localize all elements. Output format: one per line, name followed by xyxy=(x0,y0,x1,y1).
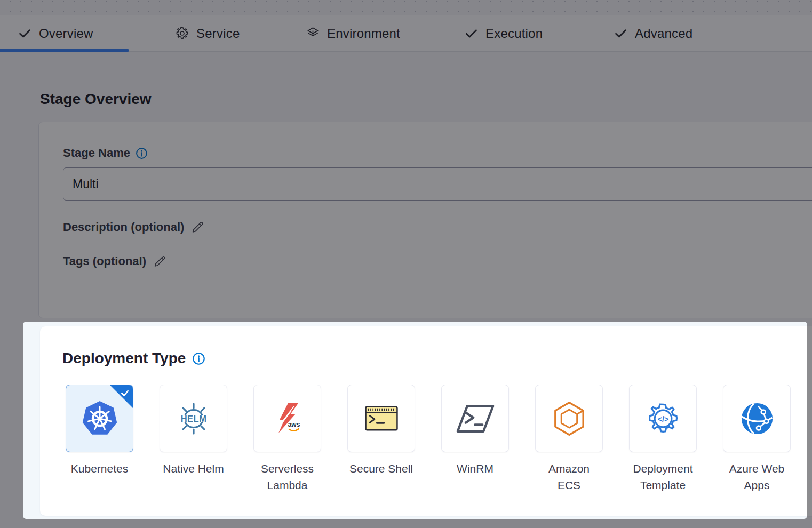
tab-execution[interactable]: Execution xyxy=(464,15,543,52)
deployment-type-kubernetes[interactable] xyxy=(66,385,133,452)
kubernetes-icon xyxy=(81,399,119,438)
deployment-type-card: Deployment Type Kubernetes HELM Native H… xyxy=(40,326,812,516)
deployment-type-label: Secure Shell xyxy=(331,460,432,477)
stage-name-input[interactable] xyxy=(63,167,812,201)
deployment-type-deployment-template[interactable]: </> xyxy=(629,385,697,452)
deployment-type-amazon-ecs[interactable] xyxy=(535,385,603,452)
deployment-type-tiles: Kubernetes HELM Native Helm aws Serverle… xyxy=(66,385,791,452)
deployment-type-label: Deployment Template xyxy=(612,460,714,493)
secure-shell-icon xyxy=(364,404,399,434)
gear-icon xyxy=(175,26,189,41)
info-icon[interactable] xyxy=(136,147,148,159)
deployment-type-label: Native Helm xyxy=(143,460,244,477)
check-icon xyxy=(614,26,628,41)
azure-web-apps-icon xyxy=(739,401,775,436)
deployment-type-label: Amazon ECS xyxy=(519,460,620,493)
svg-text:HELM: HELM xyxy=(180,414,206,423)
pipeline-canvas-strip xyxy=(0,0,812,15)
deployment-type-winrm[interactable] xyxy=(441,385,509,452)
deployment-type-label: Serverless Lambda xyxy=(237,460,338,493)
tab-advanced[interactable]: Advanced xyxy=(614,15,692,52)
deployment-type-secure-shell[interactable] xyxy=(347,385,415,452)
deployment-type-serverless-lambda[interactable]: aws xyxy=(253,385,321,452)
winrm-icon xyxy=(456,402,495,435)
description-label: Description (optional) xyxy=(63,220,184,234)
deployment-type-azure-web-apps[interactable] xyxy=(723,385,791,452)
stage-overview-card: Stage Name Description (optional) Tags (… xyxy=(38,122,812,318)
svg-text:</>: </> xyxy=(657,414,668,423)
active-tab-underline xyxy=(0,49,129,52)
deployment-type-section: Deployment Type Kubernetes HELM Native H… xyxy=(23,322,807,519)
tab-environment[interactable]: Environment xyxy=(306,15,400,52)
deployment-type-label: WinRM xyxy=(425,460,526,477)
tab-service[interactable]: Service xyxy=(175,15,240,52)
deployment-type-native-helm[interactable]: HELM xyxy=(160,385,227,452)
layers-icon xyxy=(306,26,320,41)
svg-text:aws: aws xyxy=(288,421,300,428)
stage-tabbar: Overview Service Environment Execution A… xyxy=(0,15,812,52)
edit-tags-pencil-icon[interactable] xyxy=(153,255,166,268)
deployment-type-title: Deployment Type xyxy=(62,350,186,367)
page-title: Stage Overview xyxy=(40,91,152,108)
amazon-ecs-icon xyxy=(550,401,588,437)
info-icon[interactable] xyxy=(192,352,205,365)
tags-label: Tags (optional) xyxy=(63,254,146,268)
deployment-template-icon: </> xyxy=(645,401,681,437)
edit-description-pencil-icon[interactable] xyxy=(191,221,204,234)
check-icon xyxy=(18,26,32,41)
deployment-type-label: Azure Web Apps xyxy=(706,460,808,493)
serverless-lambda-icon: aws xyxy=(270,402,305,436)
deployment-type-label: Kubernetes xyxy=(49,460,150,477)
stage-name-label: Stage Name xyxy=(63,146,130,160)
tab-overview[interactable]: Overview xyxy=(18,15,93,52)
helm-icon: HELM xyxy=(172,402,215,436)
check-icon xyxy=(464,26,479,41)
